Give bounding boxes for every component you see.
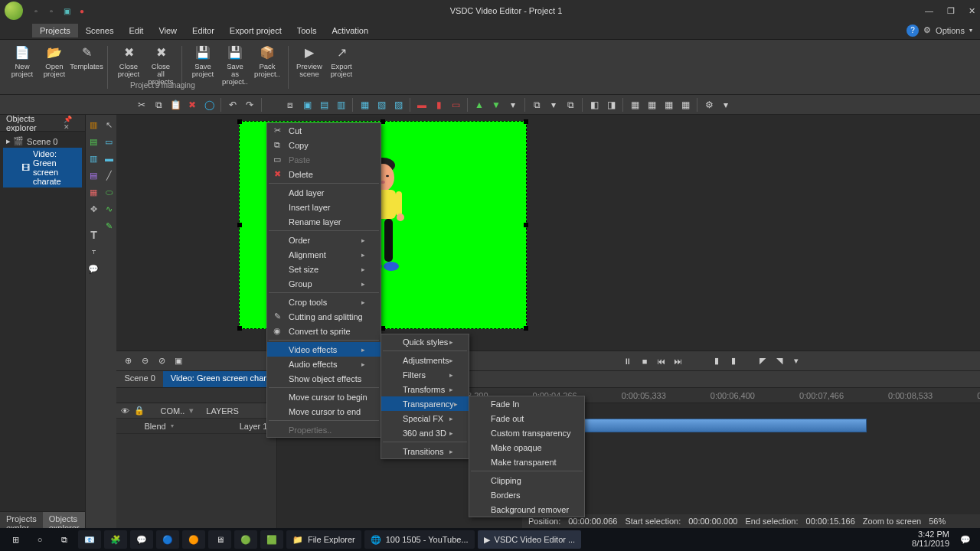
tl-lock-icon[interactable]: 🔒 xyxy=(134,406,145,416)
menuitem-crop-tools[interactable]: Crop tools▸ xyxy=(267,295,381,309)
ts-flip3-icon[interactable]: ▭ xyxy=(448,97,463,112)
menuitem-projects[interactable]: Projects xyxy=(32,24,78,37)
qa-save-icon[interactable]: ▣ xyxy=(61,5,72,16)
ts-v3-icon[interactable]: ▨ xyxy=(390,97,406,112)
tl-tab-scene[interactable]: Scene 0 xyxy=(116,371,162,387)
tl-m3-icon[interactable]: ◤ xyxy=(756,354,769,368)
menuitem-convert-to-sprite[interactable]: ◉Convert to sprite xyxy=(267,324,381,338)
taskbar-app-icon[interactable]: 🔵 xyxy=(156,530,179,549)
menuitem-fade-out[interactable]: Fade out xyxy=(469,411,584,425)
ribbon-save-as-project-[interactable]: 💾Saveas project.. xyxy=(219,43,251,86)
tc-ellipse-icon[interactable]: ⬭ xyxy=(101,185,116,199)
tl-lock-icon[interactable]: ⊘ xyxy=(155,354,168,368)
ts-paste-icon[interactable]: 📋 xyxy=(168,97,183,112)
taskbar-item[interactable]: ▶VSDC Video Editor ... xyxy=(478,530,582,549)
menuitem-set-size[interactable]: Set size▸ xyxy=(267,262,381,276)
ts-delete-icon[interactable]: ✖ xyxy=(185,97,200,112)
menuitem-make-opaque[interactable]: Make opaque xyxy=(469,440,584,455)
tl-next-icon[interactable]: ⏭ xyxy=(671,354,685,368)
menuitem-show-object-effects[interactable]: Show object effects xyxy=(267,371,381,386)
ts-down-icon[interactable]: ▼ xyxy=(488,97,504,112)
ts-v1-icon[interactable]: ▦ xyxy=(357,97,372,112)
ts-gear-icon[interactable]: ⚙ xyxy=(701,97,717,112)
taskbar-app-icon[interactable]: 🟩 xyxy=(260,530,283,549)
tab-projects-explorer[interactable]: Projects explor.. xyxy=(0,512,43,528)
menuitem-borders[interactable]: Borders xyxy=(469,487,584,502)
menuitem-order[interactable]: Order▸ xyxy=(267,233,381,247)
menuitem-video-effects[interactable]: Video effects▸ xyxy=(267,342,381,357)
tl-remove-icon[interactable]: ⊖ xyxy=(138,354,152,368)
notifications-icon[interactable]: 💬 xyxy=(956,535,975,545)
ribbon-close-project[interactable]: ✖Closeproject xyxy=(113,43,145,78)
menuitem-fade-in[interactable]: Fade In xyxy=(469,396,584,411)
tl-prev-icon[interactable]: ⏮ xyxy=(655,354,668,368)
tc-curve-icon[interactable]: ∿ xyxy=(101,202,116,216)
tc-rect2-icon[interactable]: ▬ xyxy=(101,152,116,165)
tc-icon[interactable]: ▦ xyxy=(86,185,101,199)
minimize-button[interactable]: — xyxy=(925,6,933,16)
menuitem-special-fx[interactable]: Special FX▸ xyxy=(381,411,469,425)
menuitem-quick-styles[interactable]: Quick styles▸ xyxy=(381,334,469,349)
qa-open-icon[interactable]: ▫ xyxy=(46,5,57,16)
taskbar-item[interactable]: 📁File Explorer xyxy=(286,530,361,549)
tc-chat-icon[interactable]: 💬 xyxy=(86,262,101,276)
panel-pin-icon[interactable]: 📌 ✕ xyxy=(64,116,79,131)
menuitem-make-transparent[interactable]: Make transparent xyxy=(469,455,584,469)
ts-dd-icon[interactable]: ▾ xyxy=(505,97,521,112)
ts-gear-dd-icon[interactable]: ▾ xyxy=(718,97,733,112)
tc-icon[interactable]: ▤ xyxy=(86,168,101,182)
menuitem-scenes[interactable]: Scenes xyxy=(78,24,122,37)
start-button[interactable]: ⊞ xyxy=(5,530,26,549)
menuitem-copy[interactable]: ⧉Copy xyxy=(267,138,381,152)
menuitem-group[interactable]: Group▸ xyxy=(267,276,381,291)
taskbar-app-icon[interactable]: 🖥 xyxy=(208,530,231,549)
ribbon-open-project[interactable]: 📂Openproject xyxy=(38,43,70,78)
ts-g4-icon[interactable]: ▦ xyxy=(678,97,693,112)
ts-redo-icon[interactable]: ↷ xyxy=(242,97,257,112)
tc-pen-icon[interactable]: ✎ xyxy=(101,219,116,233)
ts-g3-icon[interactable]: ▦ xyxy=(661,97,676,112)
ts-g1-icon[interactable]: ▦ xyxy=(627,97,642,112)
menuitem-tools[interactable]: Tools xyxy=(289,24,325,37)
taskbar-app-icon[interactable]: 🟠 xyxy=(182,530,205,549)
canvas[interactable]: ◂ xyxy=(116,115,980,350)
ts-color-icon[interactable]: ◯ xyxy=(201,97,217,112)
ts-grp2-icon[interactable]: ▾ xyxy=(546,97,561,112)
tc-icon[interactable]: ▥ xyxy=(86,118,101,132)
menuitem-alignment[interactable]: Alignment▸ xyxy=(267,247,381,262)
tl-m4-icon[interactable]: ◥ xyxy=(773,354,786,368)
menuitem-background-remover[interactable]: Background remover xyxy=(469,502,584,517)
ribbon-new-project[interactable]: 📄Newproject xyxy=(6,43,38,78)
tl-m5-icon[interactable]: ▾ xyxy=(789,354,803,368)
menuitem-transitions[interactable]: Transitions▸ xyxy=(381,444,469,458)
tc-subtext-icon[interactable]: ᴛ xyxy=(86,245,101,259)
menuitem-move-cursor-to-begin[interactable]: Move cursor to begin xyxy=(267,390,381,404)
tl-m2-icon[interactable]: ▮ xyxy=(727,354,740,368)
ribbon-export-project[interactable]: ↗Exportproject xyxy=(325,43,358,78)
tc-icon[interactable]: ▤ xyxy=(86,135,101,148)
ts-cut-icon[interactable]: ✂ xyxy=(134,97,149,112)
tl-pause-icon[interactable]: ⏸ xyxy=(621,354,635,368)
options-label[interactable]: Options xyxy=(936,26,965,35)
system-clock[interactable]: 3:42 PM8/11/2019 xyxy=(912,530,952,548)
tc-icon[interactable]: ▥ xyxy=(86,152,101,165)
tl-eye-icon[interactable]: ▣ xyxy=(172,354,185,368)
taskbar-app-icon[interactable]: 🟢 xyxy=(234,530,257,549)
tc-line-icon[interactable]: ╱ xyxy=(101,168,116,182)
ts-up-icon[interactable]: ▲ xyxy=(472,97,487,112)
ts-al1-icon[interactable]: ▣ xyxy=(299,97,315,112)
menuitem-rename-layer[interactable]: Rename layer xyxy=(267,214,381,229)
menuitem-custom-transparency[interactable]: Custom transparency xyxy=(469,425,584,440)
menuitem-audio-effects[interactable]: Audio effects▸ xyxy=(267,357,381,371)
menuitem-cutting-and-splitting[interactable]: ✎Cutting and splitting xyxy=(267,309,381,324)
menuitem-insert-layer[interactable]: Insert layer xyxy=(267,200,381,214)
ts-flip2-icon[interactable]: ▮ xyxy=(431,97,446,112)
options-chevron-icon[interactable]: ▾ xyxy=(969,27,972,34)
menuitem-adjustments[interactable]: Adjustments▸ xyxy=(381,353,469,367)
menuitem-move-cursor-to-end[interactable]: Move cursor to end xyxy=(267,404,381,419)
tab-objects-explorer[interactable]: Objects explorer xyxy=(43,512,86,528)
tc-move-icon[interactable]: ✥ xyxy=(86,202,101,216)
ts-grp1-icon[interactable]: ⧉ xyxy=(529,97,544,112)
ts-al2-icon[interactable]: ▤ xyxy=(316,97,332,112)
close-button[interactable]: ✕ xyxy=(969,6,975,16)
